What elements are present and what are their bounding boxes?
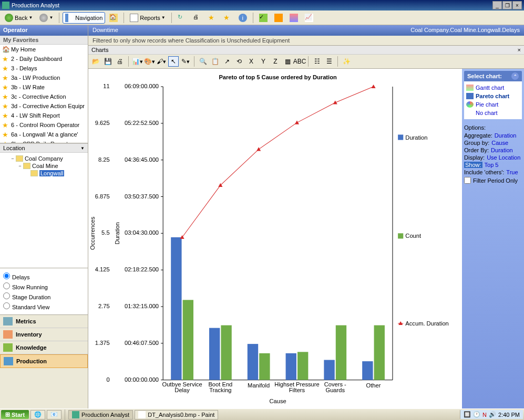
svg-text:11: 11: [103, 83, 109, 89]
info-icon: i: [239, 14, 247, 22]
axis-x-icon[interactable]: X: [246, 56, 256, 67]
svg-text:Cause: Cause: [269, 398, 286, 404]
chart-none[interactable]: No chart: [466, 109, 520, 117]
copy-icon[interactable]: 📋: [210, 56, 220, 67]
axis-y-icon[interactable]: Y: [258, 56, 269, 67]
close-icon[interactable]: ×: [518, 47, 521, 53]
svg-rect-45: [297, 352, 308, 380]
fav-item[interactable]: ★2 - Daily Dashboard: [0, 54, 88, 64]
chart-gantt[interactable]: Gantt chart: [466, 83, 520, 92]
radio-slow[interactable]: Slow Running: [3, 281, 85, 291]
radio-standard[interactable]: Standard View: [3, 301, 85, 311]
chart-pareto[interactable]: Pareto chart: [466, 92, 520, 100]
tray-icon[interactable]: 🕐: [473, 411, 480, 418]
tray-icon[interactable]: N: [482, 412, 487, 418]
location-tree: −Coal Company −Coal Mine Longwall: [0, 153, 88, 268]
tray-icon[interactable]: 🔊: [489, 411, 496, 418]
export-icon[interactable]: ↗: [222, 56, 232, 67]
opt-aggregate[interactable]: Aggregate:Duration: [464, 132, 522, 139]
opt-filter-period[interactable]: Filter Period Only: [464, 176, 522, 185]
label-icon[interactable]: ABC: [294, 56, 305, 67]
fav-home[interactable]: 🏠My Home: [0, 45, 88, 54]
folder-icon: [16, 155, 23, 162]
fav-item[interactable]: ★6a - Longwall 'At a glance': [0, 130, 88, 139]
radio-delays[interactable]: Delays: [3, 271, 85, 281]
svg-rect-34: [183, 300, 193, 380]
clustered-icon[interactable]: ▦: [282, 56, 293, 67]
rotate-icon[interactable]: ⟲: [234, 56, 244, 67]
minimize-button[interactable]: _: [492, 1, 502, 9]
tree-node-company[interactable]: −Coal Company: [2, 155, 86, 162]
fav-item[interactable]: ★3 - Delays: [0, 64, 88, 73]
open-icon[interactable]: 📂: [90, 56, 101, 67]
forward-button[interactable]: ▼: [37, 12, 56, 24]
opt-show[interactable]: Show:Top 5: [464, 161, 522, 169]
reports-button[interactable]: Reports ▼: [127, 12, 168, 24]
tag-icon: [274, 14, 283, 22]
start-button[interactable]: ⊞ Start: [1, 410, 29, 419]
knowledge-icon: [3, 343, 13, 352]
save-icon[interactable]: 💾: [102, 56, 113, 67]
print-button[interactable]: 🖨: [190, 12, 204, 24]
chart-side-panel: Select chart: ⌃ Gantt chart Pareto chart…: [462, 69, 524, 408]
gallery-icon[interactable]: 🎨▾: [144, 56, 155, 67]
opt-include[interactable]: Include 'others':True: [464, 169, 522, 176]
chart-pie[interactable]: Pie chart: [466, 100, 520, 109]
home-button[interactable]: 🏠: [107, 12, 120, 24]
svg-rect-38: [221, 326, 231, 380]
fav-item[interactable]: ★6 - Control Room Operator: [0, 120, 88, 130]
nav-inventory[interactable]: Inventory: [0, 328, 88, 341]
wizard-icon[interactable]: ✨: [341, 56, 352, 67]
quick-launch[interactable]: 🌐: [30, 410, 45, 419]
tree-node-longwall[interactable]: Longwall: [2, 170, 86, 177]
opt-groupby[interactable]: Group by:Cause: [464, 139, 522, 146]
nav-knowledge[interactable]: Knowledge: [0, 341, 88, 354]
svg-rect-64: [398, 233, 403, 238]
tree-node-mine[interactable]: −Coal Mine: [2, 162, 86, 170]
pen-icon[interactable]: ✎▾: [180, 56, 191, 67]
fav-item[interactable]: ★3a - LW Production: [0, 73, 88, 82]
chart-toolbar: 📂 💾 🖨 📊▾ 🎨▾ 🖌▾ ↖ ✎▾ 🔍 📋 ↗ ⟲ X Y Z ▦ ABC …: [88, 55, 524, 69]
close-button[interactable]: ×: [512, 1, 522, 9]
zoom-icon[interactable]: 🔍: [198, 56, 208, 67]
fav-item[interactable]: ★3d - Corrective Action Equipr: [0, 101, 88, 111]
fav-item[interactable]: ★3c - Corrective Action: [0, 92, 88, 101]
taskbar-app-pa[interactable]: Production Analyst: [68, 410, 133, 419]
nav-production[interactable]: Production: [0, 354, 88, 368]
legend-icon[interactable]: ☰: [324, 56, 334, 67]
tray-icon[interactable]: 🔲: [464, 411, 471, 418]
navigation-button[interactable]: Navigation: [63, 12, 105, 24]
tool-button-2[interactable]: [272, 12, 285, 24]
opt-orderby[interactable]: Order By:Duration: [464, 146, 522, 154]
grid-icon[interactable]: ☷: [312, 56, 322, 67]
print-icon[interactable]: 🖨: [115, 56, 125, 67]
svg-text:Guards: Guards: [325, 387, 345, 393]
favorite-button[interactable]: ★: [206, 12, 219, 24]
select-tool-icon[interactable]: ↖: [168, 56, 179, 67]
taskbar-app-paint[interactable]: DT_Analysis0.bmp - Paint: [135, 410, 218, 419]
svg-rect-62: [398, 134, 403, 140]
tool-button-3[interactable]: [287, 12, 301, 24]
fav-item[interactable]: ★3b - LW Rate: [0, 82, 88, 92]
tool-button-4[interactable]: 📈: [302, 12, 316, 24]
svg-text:4.125: 4.125: [95, 266, 110, 272]
back-button[interactable]: Back ▼: [2, 12, 35, 24]
collapse-icon[interactable]: ⌃: [511, 72, 519, 80]
restore-button[interactable]: ❐: [502, 1, 512, 9]
location-header[interactable]: Location ▼: [0, 143, 88, 153]
nav-metrics[interactable]: Metrics: [0, 315, 88, 328]
favorites-list[interactable]: 🏠My Home ★2 - Daily Dashboard ★3 - Delay…: [0, 45, 88, 143]
refresh-button[interactable]: ↻: [175, 12, 189, 24]
tool-button-1[interactable]: ✓: [256, 12, 270, 24]
fav-item[interactable]: ★6b - CPP Daily Report: [0, 139, 88, 143]
inventory-icon: [3, 330, 13, 339]
axis-z-icon[interactable]: Z: [270, 56, 281, 67]
opt-display[interactable]: Display:Use Location: [464, 154, 522, 161]
palette-icon[interactable]: 🖌▾: [156, 56, 167, 67]
bar-chart-icon[interactable]: 📊▾: [132, 56, 142, 67]
favorite-add-button[interactable]: ★: [221, 12, 234, 24]
radio-stage[interactable]: Stage Duration: [3, 291, 85, 301]
info-button[interactable]: i: [236, 12, 250, 24]
quick-launch[interactable]: 📧: [47, 410, 61, 419]
fav-item[interactable]: ★4 - LW Shift Report: [0, 111, 88, 120]
